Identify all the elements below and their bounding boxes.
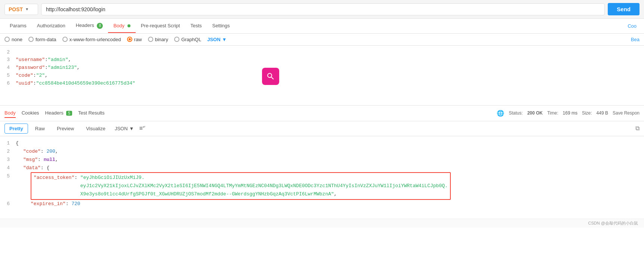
format-raw-button[interactable]: Raw	[30, 124, 50, 134]
radio-graphql-circle	[174, 37, 179, 42]
globe-icon: 🌐	[497, 110, 504, 117]
radio-urlencoded-circle	[62, 37, 68, 42]
json-type-dropdown[interactable]: JSON ▼	[207, 37, 227, 42]
radio-raw-label: raw	[134, 37, 142, 42]
search-icon	[266, 72, 275, 81]
tab-tests[interactable]: Tests	[185, 19, 207, 33]
radio-graphql-label: GraphQL	[181, 37, 201, 42]
format-preview-button[interactable]: Preview	[52, 124, 79, 134]
url-input[interactable]	[41, 3, 605, 15]
resp-line-6: 6 "expires_in": 720	[0, 200, 644, 208]
method-chevron-icon: ▼	[25, 7, 29, 11]
code-line-6: 6 "uuid":"cc8584be410d45659e390ec616775d…	[0, 80, 644, 88]
resp-tab-body[interactable]: Body	[4, 109, 16, 118]
tab-params[interactable]: Params	[4, 19, 32, 33]
copy-icon[interactable]: ⧉	[635, 125, 640, 132]
top-bar: POST ▼ Send	[0, 0, 644, 19]
resp-tab-cookies[interactable]: Cookies	[22, 109, 39, 118]
send-button[interactable]: Send	[608, 3, 640, 15]
search-overlay-button[interactable]	[262, 68, 279, 85]
radio-raw[interactable]: raw	[127, 37, 142, 42]
radio-binary-label: binary	[155, 37, 168, 42]
radio-form-data-label: form-data	[36, 37, 56, 42]
radio-binary[interactable]: binary	[148, 37, 168, 42]
response-bar: Body Cookies Headers 5 Test Results 🌐 St…	[0, 106, 644, 121]
radio-none-label: none	[12, 37, 22, 42]
resp-line-4: 4 "data": {	[0, 164, 644, 172]
wrap-lines-icon[interactable]: ≡↵	[139, 125, 145, 132]
headers-badge: 8	[97, 23, 103, 29]
format-bar: Pretty Raw Preview Visualize JSON ▼ ≡↵ ⧉	[0, 121, 644, 136]
footer: CSDN @会敲代码的小白鼠	[0, 219, 644, 228]
tab-settings[interactable]: Settings	[207, 19, 235, 33]
request-tab-bar: Params Authorization Headers 8 Body Pre-…	[0, 19, 644, 34]
radio-urlencoded[interactable]: x-www-form-urlencoded	[62, 37, 121, 42]
response-meta: 🌐 Status: 200 OK Time: 169 ms Size: 449 …	[497, 110, 640, 117]
footer-text: CSDN @会敲代码的小白鼠	[588, 221, 638, 225]
tab-pre-request-script[interactable]: Pre-request Script	[136, 19, 185, 33]
tab-cookies[interactable]: Coo	[625, 19, 640, 33]
radio-none-circle	[4, 37, 10, 42]
json-type-label: JSON	[207, 37, 220, 42]
method-select[interactable]: POST ▼	[4, 4, 38, 15]
radio-binary-circle	[148, 37, 153, 42]
time-label: Time:	[547, 110, 558, 116]
time-value: 169 ms	[563, 110, 577, 116]
code-line-5: 5 "code":"2",	[0, 72, 644, 80]
tab-headers[interactable]: Headers 8	[71, 19, 108, 33]
response-code-area: 1 { 2 "code": 200, 3 "msg": null, 4 "dat…	[0, 136, 644, 219]
response-json-label: JSON	[115, 126, 128, 131]
body-active-dot	[127, 24, 130, 27]
resp-line-3: 3 "msg": null,	[0, 156, 644, 164]
tab-body[interactable]: Body	[108, 19, 135, 33]
resp-line-2: 2 "code": 200,	[0, 147, 644, 156]
radio-raw-circle	[127, 37, 132, 42]
size-label: Size:	[582, 110, 592, 116]
request-code-area[interactable]: 2 3 "username":"admin", 4 "password":"ad…	[0, 46, 644, 106]
code-line-2: 2	[0, 49, 644, 57]
body-type-bar: none form-data x-www-form-urlencoded raw…	[0, 34, 644, 46]
code-line-3: 3 "username":"admin",	[0, 56, 644, 64]
beautify-link[interactable]: Bea	[631, 37, 640, 42]
json-type-chevron-icon: ▼	[222, 37, 227, 42]
radio-graphql[interactable]: GraphQL	[174, 37, 201, 42]
code-line-4: 4 "password":"admin123",	[0, 64, 644, 72]
radio-urlencoded-label: x-www-form-urlencoded	[70, 37, 121, 42]
resp-tab-headers[interactable]: Headers 5	[45, 109, 72, 118]
resp-line-5: 5 "access_token": "eyJhbGciOiJIUzUxMiJ9.…	[0, 172, 644, 200]
status-value: 200 OK	[527, 110, 543, 116]
resp-line-1: 1 {	[0, 139, 644, 147]
format-visualize-button[interactable]: Visualize	[81, 124, 110, 134]
resp-tab-test-results[interactable]: Test Results	[78, 109, 105, 118]
radio-none[interactable]: none	[4, 37, 22, 42]
resp-headers-badge: 5	[66, 111, 72, 116]
size-value: 449 B	[597, 110, 608, 116]
radio-form-data-circle	[28, 37, 34, 42]
response-json-dropdown[interactable]: JSON ▼	[115, 126, 134, 131]
format-pretty-button[interactable]: Pretty	[4, 124, 28, 134]
save-response-button[interactable]: Save Respon	[613, 110, 640, 116]
radio-form-data[interactable]: form-data	[28, 37, 56, 42]
tab-authorization[interactable]: Authorization	[32, 19, 71, 33]
method-label: POST	[9, 6, 23, 12]
response-json-chevron-icon: ▼	[129, 126, 134, 131]
status-label: Status:	[509, 110, 523, 116]
